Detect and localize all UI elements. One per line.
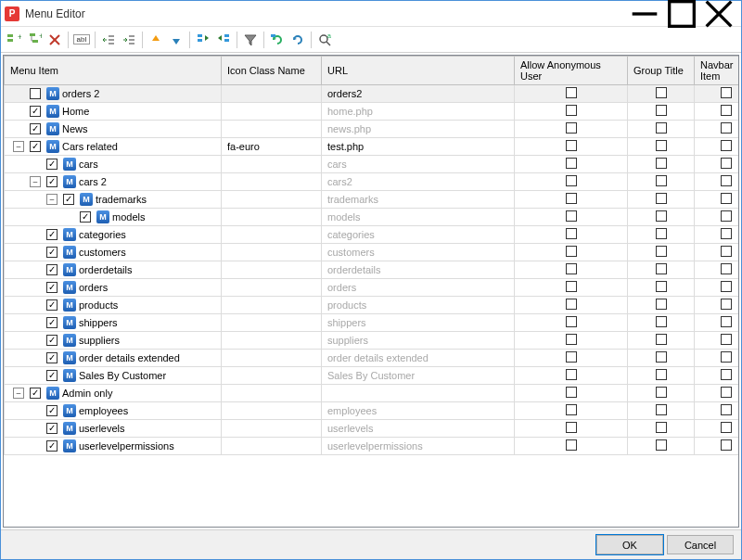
navbar-item-checkbox[interactable] — [721, 351, 732, 363]
group-title-checkbox[interactable] — [656, 351, 667, 363]
tree-expander[interactable]: − — [30, 176, 41, 187]
navbar-item-checkbox[interactable] — [721, 228, 732, 239]
group-title-checkbox[interactable] — [656, 140, 667, 151]
locate-button[interactable]: a — [315, 31, 334, 49]
cell-url[interactable]: order details extended — [322, 350, 515, 367]
allow-anon-checkbox[interactable] — [566, 122, 577, 134]
cell-icon-class[interactable] — [222, 279, 322, 297]
cell-url[interactable]: customers — [322, 244, 515, 261]
allow-anon-checkbox[interactable] — [566, 263, 577, 274]
add-child-button[interactable]: + — [25, 31, 44, 49]
close-button[interactable] — [700, 2, 737, 26]
allow-anon-checkbox[interactable] — [566, 422, 577, 433]
cell-group-title[interactable] — [628, 191, 695, 209]
cell-url[interactable]: userlevelpermissions — [322, 438, 515, 455]
allow-anon-checkbox[interactable] — [566, 193, 577, 204]
cell-allow-anon[interactable] — [515, 173, 628, 191]
cell-url[interactable]: orderdetails — [322, 261, 515, 279]
cell-group-title[interactable] — [628, 103, 695, 121]
group-title-checkbox[interactable] — [656, 210, 667, 222]
refresh-button[interactable] — [288, 31, 307, 49]
cell-allow-anon[interactable] — [515, 209, 628, 226]
import-before-button[interactable] — [194, 31, 212, 49]
cell-allow-anon[interactable] — [515, 226, 628, 244]
cell-icon-class[interactable]: fa-euro — [222, 138, 322, 156]
row-checkbox[interactable] — [30, 141, 41, 152]
navbar-item-checkbox[interactable] — [721, 87, 732, 98]
navbar-item-checkbox[interactable] — [721, 263, 732, 274]
cell-group-title[interactable] — [628, 350, 695, 367]
cell-navbar-item[interactable] — [695, 121, 740, 138]
row-checkbox[interactable] — [30, 123, 41, 134]
navbar-item-checkbox[interactable] — [721, 158, 732, 169]
navbar-item-checkbox[interactable] — [721, 334, 732, 345]
navbar-item-checkbox[interactable] — [721, 122, 732, 134]
cell-icon-class[interactable] — [222, 85, 322, 103]
cell-navbar-item[interactable] — [695, 420, 740, 438]
cell-icon-class[interactable] — [222, 244, 322, 261]
cell-url[interactable] — [322, 385, 515, 402]
cell-allow-anon[interactable] — [515, 138, 628, 156]
table-row[interactable]: Homehome.php — [5, 103, 740, 121]
cell-group-title[interactable] — [628, 402, 695, 420]
navbar-item-checkbox[interactable] — [721, 439, 732, 451]
cell-group-title[interactable] — [628, 279, 695, 297]
cell-group-title[interactable] — [628, 385, 695, 402]
group-title-checkbox[interactable] — [656, 87, 667, 98]
table-row[interactable]: −Admin only — [5, 385, 740, 402]
group-title-checkbox[interactable] — [656, 122, 667, 134]
table-row[interactable]: customerscustomers — [5, 244, 740, 261]
group-title-checkbox[interactable] — [656, 228, 667, 239]
table-row[interactable]: order details extendedorder details exte… — [5, 350, 740, 367]
cell-allow-anon[interactable] — [515, 297, 628, 314]
cell-navbar-item[interactable] — [695, 191, 740, 209]
cell-navbar-item[interactable] — [695, 438, 740, 455]
navbar-item-checkbox[interactable] — [721, 404, 732, 415]
table-row[interactable]: userlevelsuserlevels — [5, 420, 740, 438]
indent-button[interactable] — [120, 31, 138, 49]
group-title-checkbox[interactable] — [656, 105, 667, 116]
tree-expander[interactable]: − — [13, 388, 24, 399]
row-checkbox[interactable] — [46, 317, 58, 328]
row-checkbox[interactable] — [63, 194, 74, 205]
allow-anon-checkbox[interactable] — [566, 316, 577, 327]
cell-allow-anon[interactable] — [515, 191, 628, 209]
cell-group-title[interactable] — [628, 367, 695, 385]
navbar-item-checkbox[interactable] — [721, 281, 732, 292]
cell-url[interactable]: test.php — [322, 138, 515, 156]
table-row[interactable]: employeesemployees — [5, 402, 740, 420]
cell-allow-anon[interactable] — [515, 244, 628, 261]
cell-navbar-item[interactable] — [695, 314, 740, 332]
cell-allow-anon[interactable] — [515, 350, 628, 367]
cell-icon-class[interactable] — [222, 103, 322, 121]
maximize-button[interactable] — [663, 2, 700, 26]
cell-group-title[interactable] — [628, 332, 695, 350]
cell-navbar-item[interactable] — [695, 402, 740, 420]
cell-navbar-item[interactable] — [695, 85, 740, 103]
header-navbar-item[interactable]: Navbar Item — [695, 57, 740, 85]
cell-allow-anon[interactable] — [515, 314, 628, 332]
cell-allow-anon[interactable] — [515, 420, 628, 438]
cell-icon-class[interactable] — [222, 261, 322, 279]
table-row[interactable]: −trademarkstrademarks — [5, 191, 740, 209]
cell-url[interactable]: orders2 — [322, 85, 515, 103]
allow-anon-checkbox[interactable] — [566, 334, 577, 345]
navbar-item-checkbox[interactable] — [721, 422, 732, 433]
cell-navbar-item[interactable] — [695, 261, 740, 279]
row-checkbox[interactable] — [46, 264, 58, 275]
group-title-checkbox[interactable] — [656, 439, 667, 451]
navbar-item-checkbox[interactable] — [721, 140, 732, 151]
cell-icon-class[interactable] — [222, 209, 322, 226]
ok-button[interactable]: OK — [596, 535, 663, 554]
table-row[interactable]: −Cars relatedfa-eurotest.php — [5, 138, 740, 156]
table-row[interactable]: Newsnews.php — [5, 121, 740, 138]
minimize-button[interactable] — [626, 2, 663, 26]
cell-group-title[interactable] — [628, 209, 695, 226]
table-row[interactable]: −cars 2cars2 — [5, 173, 740, 191]
rename-button[interactable]: abI — [72, 31, 91, 49]
cell-navbar-item[interactable] — [695, 138, 740, 156]
navbar-item-checkbox[interactable] — [721, 369, 732, 380]
row-checkbox[interactable] — [46, 440, 58, 452]
allow-anon-checkbox[interactable] — [566, 404, 577, 415]
cell-navbar-item[interactable] — [695, 103, 740, 121]
